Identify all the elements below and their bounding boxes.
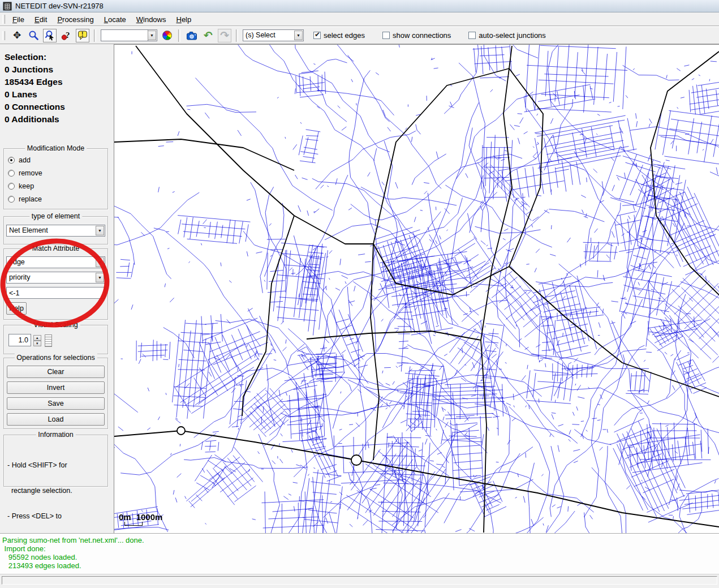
visual-scaling-group: Visual Scaling ▲ ▼ xyxy=(3,325,108,354)
zoom-button[interactable] xyxy=(27,29,40,42)
group-label: type of element xyxy=(29,212,82,220)
redo-icon: ↷ xyxy=(220,31,229,41)
group-label: Modification Mode xyxy=(25,144,87,152)
selection-edges: 185434 Edges xyxy=(5,76,65,88)
status-field xyxy=(2,576,717,585)
toolbar-grip-handle[interactable] xyxy=(2,31,5,40)
match-tag-combo[interactable]: edge ▼ xyxy=(6,256,105,268)
screenshot-button[interactable] xyxy=(185,29,199,42)
radio-label: keep xyxy=(19,182,34,190)
app-icon xyxy=(3,2,12,11)
invert-button[interactable]: Invert xyxy=(7,381,105,394)
radio-label: add xyxy=(19,156,31,164)
menu-file[interactable]: File xyxy=(7,14,29,25)
selection-title: Selection: xyxy=(5,51,65,63)
scale-end-label: 1000m xyxy=(136,512,163,522)
match-expression-input[interactable] xyxy=(6,287,105,299)
chevron-down-icon[interactable]: ▼ xyxy=(294,31,303,40)
locate-button[interactable] xyxy=(43,29,57,42)
chevron-down-icon[interactable]: ▼ xyxy=(96,273,104,282)
network-map-view[interactable]: 0m1000m xyxy=(114,44,719,533)
selection-frame-sidebar: Selection: 0 Junctions 185434 Edges 0 La… xyxy=(0,44,114,533)
element-type-value: Net Element xyxy=(7,225,105,234)
chevron-down-icon[interactable]: ▼ xyxy=(148,31,156,40)
undo-button[interactable]: ↶ xyxy=(201,29,215,42)
spin-up-icon[interactable]: ▲ xyxy=(33,335,41,341)
radio-add[interactable]: add xyxy=(8,156,107,164)
clear-button[interactable]: Clear xyxy=(7,366,105,378)
help-button[interactable]: Help xyxy=(6,302,27,315)
status-bar xyxy=(0,574,719,588)
match-tag-value: edge xyxy=(7,257,105,266)
spin-down-icon[interactable]: ▼ xyxy=(33,341,41,346)
edit-combo-input[interactable] xyxy=(101,29,148,41)
color-scheme-button[interactable] xyxy=(160,29,174,42)
menubar-grip-handle[interactable] xyxy=(2,15,5,24)
visual-scaling-stepper[interactable]: ▲ ▼ xyxy=(33,335,41,346)
group-label: Visual Scaling xyxy=(31,321,80,329)
menu-edit[interactable]: Edit xyxy=(29,14,52,25)
menu-help[interactable]: Help xyxy=(171,14,196,25)
radio-icon[interactable] xyxy=(8,170,15,177)
checkbox-icon[interactable] xyxy=(468,32,476,39)
redo-button[interactable]: ↷ xyxy=(218,29,231,42)
supermode-select-combo[interactable]: (s) Select ▼ xyxy=(243,29,304,41)
message-icon: ! xyxy=(78,30,88,41)
menu-bar: File Edit Processing Locate Windows Help xyxy=(0,13,719,26)
chevron-down-icon[interactable]: ▼ xyxy=(96,226,104,235)
radio-remove[interactable]: remove xyxy=(8,169,107,177)
log-line: Parsing sumo-net from 'net.net.xml'... d… xyxy=(2,536,719,544)
selection-additionals: 0 Additionals xyxy=(5,113,65,126)
radio-label: replace xyxy=(19,195,42,203)
selection-summary: Selection: 0 Junctions 185434 Edges 0 La… xyxy=(5,51,65,126)
scale-tick-line xyxy=(124,522,143,526)
group-label: Match Attribute xyxy=(30,244,81,252)
move-icon: ✥ xyxy=(13,31,21,40)
radio-replace[interactable]: replace xyxy=(8,195,107,203)
checkbox-icon[interactable] xyxy=(313,32,321,39)
match-attribute-group: Match Attribute edge ▼ priority ▼ Help xyxy=(3,248,108,320)
selection-lanes: 0 Lanes xyxy=(5,88,65,101)
help-locate-button[interactable]: ? xyxy=(59,29,73,42)
select-edges-checkbox[interactable]: select edges xyxy=(313,31,365,40)
window-title: NETEDIT dev-SVN-r21978 xyxy=(15,2,104,10)
auto-select-junctions-checkbox[interactable]: auto-select junctions xyxy=(468,31,546,40)
radio-keep[interactable]: keep xyxy=(8,182,107,190)
chevron-down-icon[interactable]: ▼ xyxy=(96,257,104,267)
information-group: Information - Hold <SHIFT> for rectangle… xyxy=(3,435,108,487)
message-window-button[interactable]: ! xyxy=(76,29,89,42)
radio-icon[interactable] xyxy=(8,183,15,190)
toolbar: ✥ ? ! ▼ xyxy=(0,27,719,44)
map-scale-bar: 0m1000m xyxy=(119,512,167,526)
visual-scaling-dial[interactable] xyxy=(45,334,52,347)
move-mode-button[interactable]: ✥ xyxy=(10,29,24,42)
title-bar: NETEDIT dev-SVN-r21978 xyxy=(0,0,719,12)
checkbox-icon[interactable] xyxy=(382,32,390,39)
menu-windows[interactable]: Windows xyxy=(131,14,171,25)
message-log: Parsing sumo-net from 'net.net.xml'... d… xyxy=(0,533,719,574)
menu-processing[interactable]: Processing xyxy=(52,14,98,25)
question-icon: ? xyxy=(61,30,72,41)
radio-icon[interactable] xyxy=(8,157,15,164)
radio-icon[interactable] xyxy=(8,196,15,203)
save-button[interactable]: Save xyxy=(7,397,105,410)
show-connections-checkbox[interactable]: show connections xyxy=(382,31,451,40)
match-attribute-combo[interactable]: priority ▼ xyxy=(6,272,105,284)
checkbox-label: show connections xyxy=(393,31,451,40)
checkbox-label: select edges xyxy=(324,31,365,40)
menu-locate[interactable]: Locate xyxy=(99,14,131,25)
selection-junctions: 0 Junctions xyxy=(5,63,65,76)
zoom-icon xyxy=(28,30,39,41)
load-button[interactable]: Load xyxy=(7,413,105,426)
network-canvas[interactable] xyxy=(114,45,719,534)
element-type-combo[interactable]: Net Element ▼ xyxy=(6,225,105,237)
visual-scaling-input[interactable] xyxy=(8,334,31,346)
log-line: 95592 nodes loaded. xyxy=(2,553,719,561)
scale-start-label: 0m xyxy=(119,512,131,522)
type-of-element-group: type of element Net Element ▼ xyxy=(3,216,108,244)
edit-combo-dropdown[interactable]: ▼ xyxy=(148,29,157,41)
toolbar-separator xyxy=(94,29,96,42)
log-line: 213493 edges loaded. xyxy=(2,561,719,570)
toolbar-separator xyxy=(236,29,238,42)
modification-mode-group: Modification Mode add remove keep replac… xyxy=(3,148,108,209)
